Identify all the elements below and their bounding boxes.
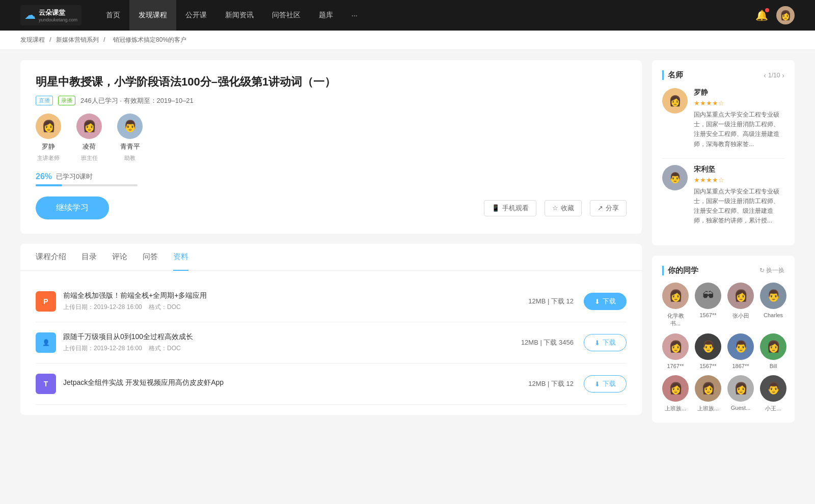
share-button[interactable]: ↗ 分享 — [590, 200, 627, 216]
breadcrumb-discover[interactable]: 发现课程 — [20, 36, 45, 43]
favorite-label: 收藏 — [561, 204, 574, 213]
star-icon: ☆ — [552, 204, 558, 212]
logo-sub: yundouketang.com — [39, 17, 77, 22]
nav-home[interactable]: 首页 — [97, 0, 129, 31]
classmate-5-avatar: 👩 — [662, 333, 689, 360]
tag-live: 直播 — [36, 96, 53, 105]
right-sidebar: 名师 ‹ 1/10 › 👩 罗静 ★★★★☆ 国内某重点大学安全工程专业硕士，国… — [652, 60, 795, 433]
classmate-bill-avatar: 👩 — [760, 333, 786, 360]
nav-open-course[interactable]: 公开课 — [176, 0, 216, 31]
nav-qa[interactable]: 问答社区 — [263, 0, 310, 31]
file-name-3: Jetpack全组件实战 开发短视频应用高仿皮皮虾App — [63, 378, 528, 387]
teacher-3-role: 助教 — [124, 154, 135, 162]
nav-right-actions: 🔔 👩 — [755, 6, 795, 24]
course-meta: 直播 录播 246人已学习 · 有效期至：2019–10–21 — [36, 96, 627, 105]
page-info: 1/10 — [768, 72, 780, 79]
notification-dot — [765, 8, 769, 12]
download-button-1[interactable]: ⬇ 下载 — [584, 293, 627, 310]
download-icon-3: ⬇ — [594, 380, 600, 388]
sidebar-teacher-1-avatar: 👩 — [662, 88, 688, 114]
classmate-2-name: 1567** — [699, 312, 716, 318]
classmate-12-name: 小王... — [765, 405, 781, 412]
nav-discover[interactable]: 发现课程 — [129, 0, 176, 31]
tabs-content: P 前端全栈加强版！前端全栈+全周期+多端应用 上传日期：2019-12-28 … — [20, 271, 642, 415]
tab-intro[interactable]: 课程介绍 — [36, 244, 66, 271]
file-name-1: 前端全栈加强版！前端全栈+全周期+多端应用 — [63, 291, 528, 300]
classmate-6: 👨 1567** — [695, 333, 721, 369]
tabs-header: 课程介绍 目录 评论 问答 资料 — [20, 244, 642, 271]
teacher-1-role: 主讲老师 — [37, 154, 60, 162]
sidebar-teacher-1-info: 罗静 ★★★★☆ 国内某重点大学安全工程专业硕士，国家一级注册消防工程师、注册安… — [694, 88, 784, 149]
teacher-1-avatar: 👩 — [36, 114, 61, 139]
file-icon-3: T — [36, 374, 56, 394]
classmate-12: 👨 小王... — [760, 375, 786, 412]
logo[interactable]: ☁ 云朵课堂 yundouketang.com — [20, 5, 82, 25]
classmate-1: 👩 化学教书... — [662, 283, 689, 327]
tag-recorded: 录播 — [58, 96, 75, 105]
breadcrumb-series[interactable]: 新媒体营销系列 — [56, 36, 99, 43]
progress-percent: 26% — [36, 172, 52, 181]
teachers-sidebar-title: 名师 — [662, 70, 764, 80]
classmate-7-avatar: 👨 — [727, 333, 754, 360]
download-icon-2: ⬇ — [594, 339, 600, 347]
classmate-2: 🕶 1567** — [695, 283, 721, 327]
course-actions: 继续学习 📱 手机观看 ☆ 收藏 ↗ 分享 — [36, 197, 627, 219]
classmates-header: 你的同学 ↻ 换一换 — [662, 266, 784, 275]
classmate-7: 👨 1867** — [727, 333, 754, 369]
file-name-2: 跟随千万级项目从0到100全过程高效成长 — [63, 332, 521, 342]
next-teacher-arrow[interactable]: › — [782, 71, 784, 79]
file-icon-1: P — [36, 291, 56, 312]
download-icon-1: ⬇ — [594, 298, 600, 305]
tab-catalog[interactable]: 目录 — [82, 244, 97, 271]
file-meta-2: 上传日期：2019-12-28 16:00 格式：DOC — [63, 344, 521, 353]
user-avatar-nav[interactable]: 👩 — [776, 6, 795, 24]
classmate-charles: 👨 Charles — [760, 283, 786, 327]
tabs-card: 课程介绍 目录 评论 问答 资料 P 前端全栈加强版！前端全栈+全周期+多端应用… — [20, 244, 642, 415]
file-info-3: Jetpack全组件实战 开发短视频应用高仿皮皮虾App — [63, 378, 528, 390]
classmate-6-avatar: 👨 — [695, 333, 721, 360]
teacher-3: 👨 青青平 助教 — [117, 114, 143, 162]
nav-news[interactable]: 新闻资讯 — [216, 0, 263, 31]
breadcrumb: 发现课程 / 新媒体营销系列 / 销冠修炼术搞定80%的客户 — [0, 31, 815, 50]
sidebar-teacher-1: 👩 罗静 ★★★★☆ 国内某重点大学安全工程专业硕士，国家一级注册消防工程师、注… — [662, 88, 784, 149]
continue-button[interactable]: 继续学习 — [36, 197, 109, 219]
left-content: 明星中教授课，小学阶段语法100分–强化级第1讲动词（一） 直播 录播 246人… — [20, 60, 642, 433]
refresh-icon: ↻ — [759, 267, 765, 274]
file-stats-3: 12MB | 下载 12 — [528, 379, 574, 388]
classmate-9-name: 上班族... — [665, 405, 686, 412]
teachers-section: 👩 罗静 主讲老师 👩 凌荷 班主任 👨 青青平 助教 — [36, 114, 627, 162]
download-button-3[interactable]: ⬇ 下载 — [584, 375, 627, 393]
progress-section: 26% 已学习0课时 — [36, 172, 627, 186]
breadcrumb-current: 销冠修炼术搞定80%的客户 — [113, 36, 186, 43]
prev-teacher-arrow[interactable]: ‹ — [764, 71, 766, 79]
tab-resources[interactable]: 资料 — [173, 244, 188, 271]
tab-reviews[interactable]: 评论 — [112, 244, 127, 271]
download-button-2[interactable]: ⬇ 下载 — [584, 334, 627, 351]
nav-more[interactable]: ··· — [342, 0, 367, 31]
nav-quiz[interactable]: 题库 — [310, 0, 342, 31]
classmates-grid: 👩 化学教书... 🕶 1567** 👩 张小田 👨 Charles 👩 — [662, 283, 784, 412]
sidebar-teacher-1-desc: 国内某重点大学安全工程专业硕士，国家一级注册消防工程师、注册安全工程师、高级注册… — [694, 110, 784, 149]
teachers-pagination: ‹ 1/10 › — [764, 71, 784, 79]
refresh-button[interactable]: ↻ 换一换 — [759, 266, 784, 275]
teacher-2-name: 凌荷 — [83, 142, 96, 151]
sidebar-teacher-2-stars: ★★★★☆ — [694, 176, 784, 184]
course-card: 明星中教授课，小学阶段语法100分–强化级第1讲动词（一） 直播 录播 246人… — [20, 60, 642, 234]
file-item-2: 👤 跟随千万级项目从0到100全过程高效成长 上传日期：2019-12-28 1… — [36, 322, 627, 363]
teachers-sidebar-card: 名师 ‹ 1/10 › 👩 罗静 ★★★★☆ 国内某重点大学安全工程专业硕士，国… — [652, 60, 795, 245]
mobile-view-button[interactable]: 📱 手机观看 — [484, 200, 536, 216]
sidebar-teacher-1-stars: ★★★★☆ — [694, 99, 784, 107]
mobile-icon: 📱 — [492, 204, 500, 212]
file-info-2: 跟随千万级项目从0到100全过程高效成长 上传日期：2019-12-28 16:… — [63, 332, 521, 353]
notification-bell[interactable]: 🔔 — [755, 9, 768, 21]
teacher-1: 👩 罗静 主讲老师 — [36, 114, 61, 162]
favorite-button[interactable]: ☆ 收藏 — [545, 200, 582, 216]
course-title: 明星中教授课，小学阶段语法100分–强化级第1讲动词（一） — [36, 74, 627, 90]
classmate-11-avatar: 👩 — [727, 375, 754, 402]
file-stats-1: 12MB | 下载 12 — [528, 297, 574, 306]
teacher-2-avatar: 👩 — [76, 114, 102, 139]
sidebar-teacher-2-avatar: 👨 — [662, 165, 688, 190]
nav-menu: 首页 发现课程 公开课 新闻资讯 问答社区 题库 ··· — [97, 0, 755, 31]
tab-qa[interactable]: 问答 — [143, 244, 158, 271]
course-stats: 246人已学习 · 有效期至：2019–10–21 — [80, 96, 194, 105]
